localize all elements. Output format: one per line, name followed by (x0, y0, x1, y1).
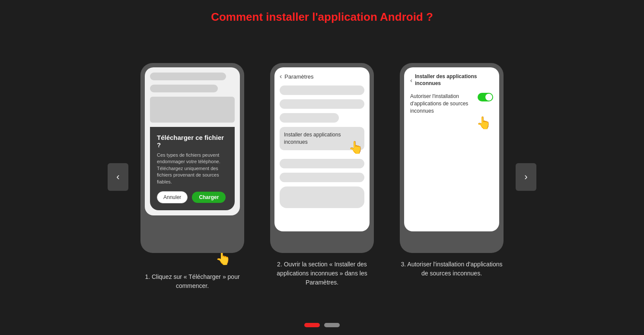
slide-3: ‹ Installer des applications inconnues A… (395, 63, 508, 278)
dot-1[interactable] (304, 323, 320, 327)
annuler-button[interactable]: Annuler (157, 191, 188, 203)
dot-2[interactable] (324, 323, 340, 327)
slides-container: Télécharger ce fichier ? Ces types de fi… (136, 63, 508, 291)
slide-2: ‹ Paramètres Installer des applications … (266, 63, 378, 287)
list-bar-3 (280, 113, 339, 123)
screen-title-3: Installer des applications inconnues (415, 73, 493, 87)
download-dialog: Télécharger ce fichier ? Ces types de fi… (150, 127, 235, 210)
install-unknown-apps-item: Installer des applications inconnues 👆 (280, 127, 364, 150)
phone-mockup-1: Télécharger ce fichier ? Ces types de fi… (140, 63, 244, 253)
dialog-title: Télécharger ce fichier ? (157, 134, 228, 149)
back-arrow-icon: ‹ (280, 73, 282, 80)
prev-button[interactable]: ‹ (108, 163, 128, 191)
pagination-dots (304, 323, 340, 335)
slide-2-caption: 2. Ouvrir la section « Installer des app… (270, 260, 374, 287)
carousel: ‹ Télécharger ce fichier ? Ces types de … (0, 38, 644, 316)
dialog-buttons: Annuler Charger (157, 191, 228, 203)
phone-mockup-3: ‹ Installer des applications inconnues A… (400, 63, 504, 253)
slide-1-caption: 1. Cliquez sur « Télécharger » pour comm… (140, 272, 244, 291)
toggle-switch[interactable] (478, 93, 493, 101)
list-bar-2 (280, 99, 364, 109)
finger-on-item-icon: 👆 (348, 140, 363, 155)
phone-screen-2: ‹ Paramètres Installer des applications … (274, 67, 370, 231)
list-bar-6 (280, 186, 364, 208)
phone-header-2: ‹ Paramètres (280, 73, 364, 80)
skeleton-bar (150, 73, 226, 80)
next-button[interactable]: › (516, 163, 536, 191)
dialog-body: Ces types de fichiers peuvent endommager… (157, 152, 228, 185)
chevron-right-icon: › (524, 171, 527, 183)
slide-1: Télécharger ce fichier ? Ces types de fi… (136, 63, 249, 291)
charger-button[interactable]: Charger (192, 192, 226, 203)
list-bar-5 (280, 173, 364, 182)
list-bar-1 (280, 85, 364, 95)
screen-title-2: Paramètres (284, 73, 313, 80)
phone-screen-1: Télécharger ce fichier ? Ces types de fi… (145, 67, 240, 215)
slide-3-caption: 3. Autoriser l'installation d'applicatio… (400, 260, 504, 278)
skeleton-block (150, 97, 235, 123)
back-arrow-icon-3: ‹ (410, 76, 412, 84)
settings-label: Autoriser l'installation d'applications … (410, 93, 475, 114)
phone-mockup-2: ‹ Paramètres Installer des applications … (270, 63, 374, 253)
skeleton-bar (150, 85, 218, 92)
chevron-left-icon: ‹ (116, 171, 119, 183)
phone-screen-3: ‹ Installer des applications inconnues A… (404, 67, 499, 231)
finger-toggle-icon: 👆 (476, 116, 491, 130)
page-title: Comment installer l'application Android … (211, 10, 433, 24)
list-bar-4 (280, 159, 364, 168)
phone-header-3: ‹ Installer des applications inconnues (410, 73, 493, 87)
settings-toggle-row: Autoriser l'installation d'applications … (410, 93, 493, 114)
